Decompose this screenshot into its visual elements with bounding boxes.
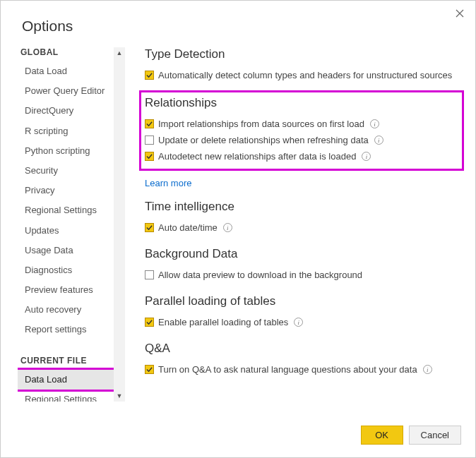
scroll-down-icon[interactable]: ▼ (114, 390, 125, 402)
sidebar-item-regional-settings[interactable]: Regional Settings (18, 200, 114, 220)
sidebar-item-current-regional-settings[interactable]: Regional Settings (18, 390, 114, 402)
checkbox-icon[interactable] (145, 318, 154, 327)
group-title-time-intelligence: Time intelligence (145, 200, 458, 214)
sidebar-item-r-scripting[interactable]: R scripting (18, 121, 114, 141)
sidebar-item-auto-recovery[interactable]: Auto recovery (18, 300, 114, 320)
option-parallel-loading[interactable]: Enable parallel loading of tables i (145, 314, 458, 330)
checkbox-icon[interactable] (145, 223, 154, 232)
info-icon[interactable]: i (294, 318, 303, 327)
checkbox-icon[interactable] (145, 135, 154, 145)
sidebar-item-diagnostics[interactable]: Diagnostics (18, 260, 114, 280)
group-title-qna: Q&A (145, 342, 458, 356)
checkbox-icon[interactable] (145, 270, 154, 279)
sidebar-item-privacy[interactable]: Privacy (18, 181, 114, 200)
info-icon[interactable]: i (423, 365, 432, 374)
dialog-title: Options (1, 1, 475, 47)
sidebar-item-security[interactable]: Security (18, 161, 114, 181)
info-icon[interactable]: i (370, 119, 379, 128)
sidebar-item-power-query-editor[interactable]: Power Query Editor (18, 81, 114, 101)
info-icon[interactable]: i (362, 152, 371, 161)
option-label: Autodetect new relationships after data … (158, 151, 356, 162)
ok-button[interactable]: OK (361, 426, 403, 445)
sidebar-item-preview-features[interactable]: Preview features (18, 280, 114, 300)
group-title-background-data: Background Data (145, 247, 458, 261)
option-auto-date-time[interactable]: Auto date/time i (145, 219, 458, 236)
sidebar-item-report-settings[interactable]: Report settings (18, 320, 114, 339)
cancel-button[interactable]: Cancel (409, 426, 461, 445)
sidebar-header-global: GLOBAL (18, 47, 114, 61)
learn-more-link[interactable]: Learn more (145, 174, 191, 188)
scroll-up-icon[interactable]: ▲ (114, 47, 125, 59)
option-label: Turn on Q&A to ask natural language ques… (158, 364, 417, 375)
info-icon[interactable]: i (223, 223, 232, 232)
checkbox-icon[interactable] (145, 152, 154, 161)
checkbox-icon[interactable] (145, 71, 154, 80)
close-icon (456, 9, 464, 18)
option-label: Import relationships from data sources o… (158, 119, 364, 129)
sidebar-item-data-load[interactable]: Data Load (18, 61, 114, 81)
sidebar-item-updates[interactable]: Updates (18, 221, 114, 241)
highlight-current-data-load: Data Load (18, 368, 114, 392)
option-label: Auto date/time (158, 222, 218, 233)
highlight-relationships: Relationships Import relationships from … (139, 90, 464, 171)
sidebar: GLOBAL Data Load Power Query Editor Dire… (18, 47, 114, 402)
option-qna[interactable]: Turn on Q&A to ask natural language ques… (145, 361, 458, 378)
dialog-footer: OK Cancel (1, 416, 475, 457)
option-type-detection-auto[interactable]: Automatically detect column types and he… (145, 67, 458, 83)
info-icon[interactable]: i (374, 135, 383, 145)
main-panel: Type Detection Automatically detect colu… (125, 47, 475, 416)
sidebar-item-python-scripting[interactable]: Python scripting (18, 141, 114, 161)
group-title-relationships: Relationships (145, 96, 458, 110)
sidebar-item-current-data-load[interactable]: Data Load (18, 370, 114, 390)
checkbox-icon[interactable] (145, 119, 154, 128)
sidebar-scrollbar[interactable]: ▲ ▼ (114, 47, 125, 402)
option-label: Update or delete relationships when refr… (158, 135, 369, 145)
option-autodetect-relationships[interactable]: Autodetect new relationships after data … (145, 148, 458, 164)
checkbox-icon[interactable] (145, 365, 154, 374)
group-title-type-detection: Type Detection (145, 47, 458, 61)
option-update-relationships[interactable]: Update or delete relationships when refr… (145, 132, 458, 148)
sidebar-item-usage-data[interactable]: Usage Data (18, 241, 114, 260)
option-import-relationships[interactable]: Import relationships from data sources o… (145, 116, 458, 132)
option-label: Enable parallel loading of tables (158, 317, 288, 327)
option-background-download[interactable]: Allow data preview to download in the ba… (145, 267, 458, 283)
option-label: Allow data preview to download in the ba… (158, 270, 362, 280)
sidebar-item-directquery[interactable]: DirectQuery (18, 101, 114, 121)
close-button[interactable] (453, 6, 467, 20)
group-title-parallel-loading: Parallel loading of tables (145, 294, 458, 308)
option-label: Automatically detect column types and he… (158, 70, 452, 80)
